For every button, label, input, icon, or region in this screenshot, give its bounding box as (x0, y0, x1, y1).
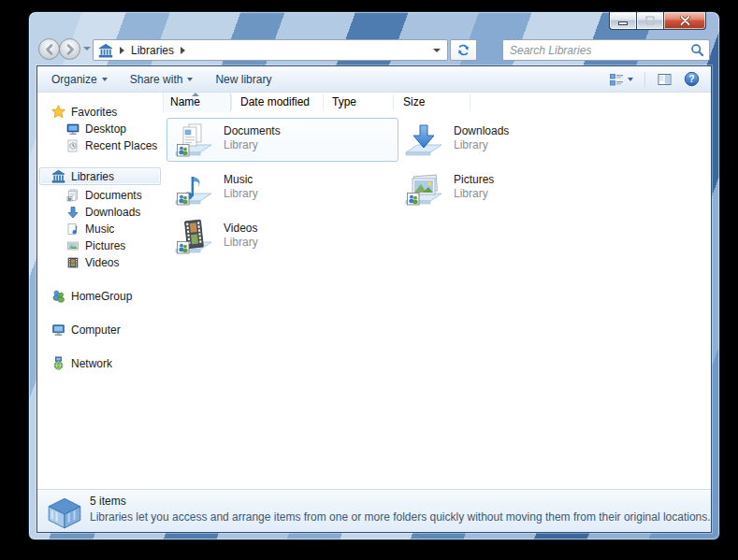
item-name: Downloads (454, 124, 509, 137)
sidebar-label: HomeGroup (71, 290, 132, 303)
new-library-label: New library (215, 73, 271, 86)
pictures-library-icon (405, 170, 442, 208)
pictures-library-icon (66, 239, 80, 252)
share-with-button[interactable]: Share with (122, 69, 202, 90)
share-with-label: Share with (130, 73, 183, 86)
sidebar-label: Computer (71, 323, 121, 337)
sidebar-item-music[interactable]: Music (39, 220, 161, 237)
chevron-down-icon (102, 78, 108, 81)
restore-icon (645, 16, 655, 25)
refresh-icon (456, 43, 470, 57)
sidebar-label: Downloads (85, 206, 140, 219)
item-type: Library (224, 138, 258, 151)
documents-library-icon (66, 189, 80, 202)
close-icon (680, 16, 690, 25)
sidebar-item-documents[interactable]: Documents (39, 186, 161, 204)
breadcrumb-chevron-icon[interactable] (181, 47, 185, 54)
sidebar-item-pictures[interactable]: Pictures (39, 237, 161, 254)
item-name: Videos (224, 222, 257, 235)
column-separator[interactable] (323, 94, 324, 110)
view-controls: ? (605, 68, 703, 90)
forward-arrow-icon (64, 43, 77, 56)
library-item-music[interactable]: Music Library (166, 166, 398, 210)
library-item-documents[interactable]: Documents Library (166, 118, 398, 162)
navigation-pane: Favorites Desktop Recent Places (37, 93, 163, 489)
explorer-window: Libraries Organize Share with (28, 11, 720, 540)
organize-label: Organize (51, 73, 97, 86)
new-library-button[interactable]: New library (207, 69, 280, 90)
window-controls (609, 12, 706, 30)
column-header-size[interactable]: Size (403, 95, 425, 108)
shared-badge-icon (408, 194, 420, 206)
item-count: 5 items (90, 495, 126, 508)
search-box[interactable] (502, 39, 710, 61)
sidebar-label: Network (71, 357, 112, 370)
help-icon: ? (684, 71, 700, 87)
content-area: Favorites Desktop Recent Places (37, 93, 711, 489)
preview-pane-icon (657, 72, 673, 87)
views-icon (609, 72, 625, 87)
breadcrumb-chevron-icon (120, 47, 124, 54)
sidebar-label: Documents (85, 189, 142, 202)
search-input[interactable] (508, 43, 690, 58)
item-name: Pictures (454, 173, 494, 186)
sidebar-item-libraries[interactable]: Libraries (39, 167, 161, 185)
toolbar-separator (644, 72, 645, 87)
minimize-icon (618, 17, 628, 25)
sidebar-item-favorites[interactable]: Favorites (39, 103, 161, 121)
breadcrumb[interactable]: Libraries (131, 44, 174, 57)
change-view-button[interactable] (605, 69, 637, 90)
address-bar[interactable]: Libraries (93, 39, 448, 61)
column-separator[interactable] (231, 94, 232, 110)
recent-pages-dropdown[interactable] (83, 47, 91, 50)
close-button[interactable] (663, 12, 706, 30)
column-header-type[interactable]: Type (332, 95, 356, 108)
preview-pane-button[interactable] (653, 69, 676, 90)
computer-icon (51, 323, 65, 337)
sidebar-label: Favorites (71, 106, 117, 119)
sidebar-item-videos[interactable]: Videos (39, 253, 161, 271)
back-button[interactable] (38, 38, 60, 60)
sidebar-item-recent-places[interactable]: Recent Places (39, 136, 161, 154)
search-icon[interactable] (690, 43, 704, 57)
refresh-button[interactable] (450, 39, 477, 61)
sidebar-item-downloads[interactable]: Downloads (39, 203, 161, 221)
forward-button[interactable] (59, 38, 80, 60)
column-separator[interactable] (470, 94, 470, 110)
homegroup-icon (51, 289, 65, 303)
desktop-icon (66, 122, 80, 136)
music-library-icon (175, 170, 212, 208)
sidebar-label: Pictures (85, 239, 125, 252)
sidebar-label: Videos (85, 256, 119, 269)
library-item-pictures[interactable]: Pictures Library (397, 166, 629, 210)
sidebar-label: Desktop (85, 122, 126, 136)
downloads-icon (66, 206, 80, 219)
help-button[interactable]: ? (680, 68, 703, 90)
column-separator[interactable] (393, 94, 394, 110)
sidebar-item-network[interactable]: Network (39, 354, 161, 372)
sidebar-item-desktop[interactable]: Desktop (39, 120, 161, 137)
column-header-name[interactable]: Name (170, 95, 200, 108)
library-item-videos[interactable]: Videos Library (166, 215, 398, 259)
network-icon (51, 356, 65, 370)
libraries-icon (98, 43, 113, 58)
restore-button[interactable] (637, 12, 663, 30)
organize-button[interactable]: Organize (43, 69, 116, 90)
videos-library-icon (66, 256, 80, 269)
minimize-button[interactable] (609, 12, 637, 30)
address-dropdown-icon[interactable] (433, 49, 441, 52)
recent-places-icon (66, 139, 80, 152)
svg-text:?: ? (688, 74, 694, 84)
sidebar-label: Recent Places (85, 139, 157, 152)
column-header-date-modified[interactable]: Date modified (240, 95, 310, 108)
details-pane: 5 items Libraries let you access and arr… (37, 489, 711, 532)
shared-badge-icon (178, 194, 190, 206)
downloads-library-icon (405, 122, 442, 159)
item-type: Library (454, 138, 488, 151)
sidebar-item-homegroup[interactable]: HomeGroup (39, 287, 161, 305)
sidebar-item-computer[interactable]: Computer (39, 321, 161, 338)
command-bar: Organize Share with New library (37, 66, 711, 93)
libraries-icon (51, 169, 65, 183)
library-item-downloads[interactable]: Downloads Library (397, 118, 629, 162)
videos-library-icon (175, 219, 212, 256)
